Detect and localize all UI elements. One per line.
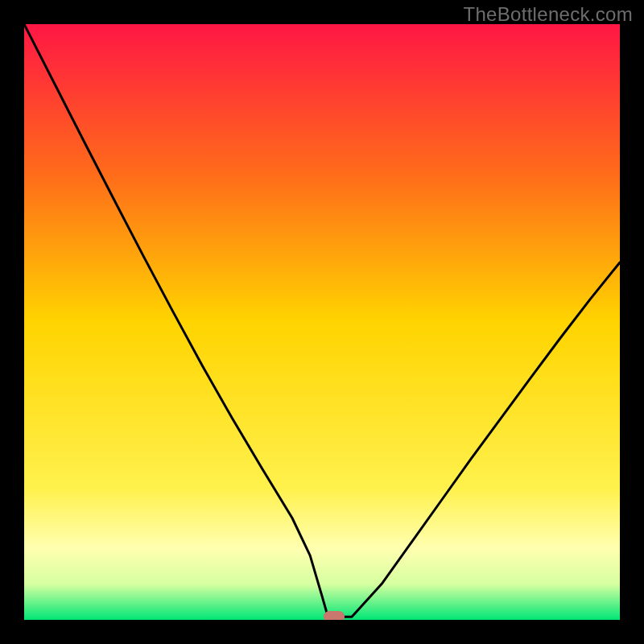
chart-svg: [24, 24, 620, 620]
chart-plot-area: [24, 24, 620, 620]
chart-outer-frame: TheBottleneck.com: [0, 0, 644, 644]
watermark-text: TheBottleneck.com: [463, 3, 633, 26]
gradient-background: [24, 24, 620, 620]
